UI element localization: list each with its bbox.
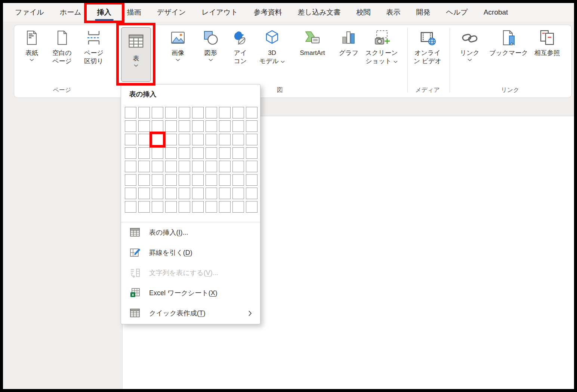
grid-cell[interactable] <box>192 134 204 145</box>
grid-cell[interactable] <box>138 120 150 132</box>
menu-item-excel-spreadsheet[interactable]: x Excel ワークシート(X) <box>121 283 260 303</box>
grid-cell[interactable] <box>138 174 150 186</box>
grid-cell[interactable] <box>152 147 163 159</box>
grid-cell[interactable] <box>206 174 217 186</box>
grid-cell[interactable] <box>246 161 257 172</box>
grid-cell[interactable] <box>206 161 217 172</box>
grid-cell[interactable] <box>152 188 163 199</box>
grid-cell[interactable] <box>219 120 231 132</box>
grid-cell[interactable] <box>246 147 257 159</box>
tab-layout[interactable]: レイアウト <box>200 3 239 22</box>
grid-cell[interactable] <box>165 107 177 118</box>
grid-cell[interactable] <box>206 147 217 159</box>
chart-button[interactable]: グラフ <box>336 29 361 57</box>
tab-review[interactable]: 校閲 <box>355 3 372 22</box>
screenshot-button[interactable]: スクリーンショット <box>362 29 401 65</box>
grid-cell[interactable] <box>165 201 177 213</box>
grid-cell[interactable] <box>192 174 204 186</box>
link-button[interactable]: リンク <box>457 29 482 61</box>
grid-cell[interactable] <box>246 188 257 199</box>
cover-page-button[interactable]: 表紙 <box>18 29 46 61</box>
tab-acrobat[interactable]: Acrobat <box>482 3 509 22</box>
grid-cell[interactable] <box>179 107 190 118</box>
grid-cell[interactable] <box>232 147 244 159</box>
grid-cell[interactable] <box>125 201 136 213</box>
grid-cell[interactable] <box>246 120 257 132</box>
cross-reference-button[interactable]: 相互参照 <box>528 29 566 57</box>
grid-cell[interactable] <box>152 134 163 145</box>
grid-cell[interactable] <box>192 188 204 199</box>
tab-references[interactable]: 参考資料 <box>252 3 284 22</box>
grid-cell[interactable] <box>219 147 231 159</box>
grid-cell[interactable] <box>138 107 150 118</box>
grid-cell[interactable] <box>232 161 244 172</box>
grid-cell[interactable] <box>125 107 136 118</box>
grid-cell[interactable] <box>138 161 150 172</box>
grid-cell[interactable] <box>192 107 204 118</box>
picture-button[interactable]: 画像 <box>165 29 191 61</box>
tab-file[interactable]: ファイル <box>13 3 46 22</box>
grid-cell[interactable] <box>152 107 163 118</box>
grid-cell[interactable] <box>206 107 217 118</box>
table-button[interactable]: 表 <box>121 27 151 82</box>
page-break-button[interactable]: ページ区切り <box>77 29 110 65</box>
grid-cell[interactable] <box>232 188 244 199</box>
grid-cell[interactable] <box>152 174 163 186</box>
tab-home[interactable]: ホーム <box>58 3 83 22</box>
grid-cell[interactable] <box>152 161 163 172</box>
menu-item-quick-tables[interactable]: クイック表作成(T) <box>121 303 260 323</box>
grid-cell[interactable] <box>179 120 190 132</box>
grid-cell[interactable] <box>179 134 190 145</box>
menu-item-insert-table[interactable]: 表の挿入(I)... <box>121 222 260 243</box>
grid-cell[interactable] <box>165 161 177 172</box>
grid-cell[interactable] <box>219 107 231 118</box>
grid-cell[interactable] <box>246 134 257 145</box>
grid-cell[interactable] <box>219 188 231 199</box>
grid-cell[interactable] <box>165 147 177 159</box>
tab-view[interactable]: 表示 <box>385 3 402 22</box>
grid-cell[interactable] <box>192 161 204 172</box>
grid-cell[interactable] <box>138 147 150 159</box>
grid-cell[interactable] <box>232 134 244 145</box>
grid-cell[interactable] <box>179 161 190 172</box>
grid-cell[interactable] <box>206 201 217 213</box>
grid-cell[interactable] <box>125 161 136 172</box>
grid-cell[interactable] <box>125 120 136 132</box>
grid-cell[interactable] <box>179 147 190 159</box>
grid-cell[interactable] <box>192 201 204 213</box>
3d-models-button[interactable]: 3Dモデル <box>257 29 287 65</box>
grid-cell[interactable] <box>232 107 244 118</box>
grid-cell[interactable] <box>179 188 190 199</box>
grid-cell[interactable] <box>152 201 163 213</box>
bookmark-button[interactable]: ブックマーク <box>486 29 531 57</box>
grid-cell[interactable] <box>246 201 257 213</box>
grid-cell[interactable] <box>165 174 177 186</box>
grid-cell[interactable] <box>232 120 244 132</box>
grid-cell[interactable] <box>138 201 150 213</box>
grid-cell[interactable] <box>165 134 177 145</box>
grid-cell[interactable] <box>138 134 150 145</box>
blank-page-button[interactable]: 空白のページ <box>46 29 78 65</box>
grid-cell[interactable] <box>219 201 231 213</box>
icons-button[interactable]: アイコン <box>228 29 253 65</box>
grid-cell[interactable] <box>165 188 177 199</box>
shapes-button[interactable]: 図形 <box>198 29 223 61</box>
grid-cell[interactable] <box>206 188 217 199</box>
grid-cell[interactable] <box>192 120 204 132</box>
grid-cell[interactable] <box>138 188 150 199</box>
tab-draw[interactable]: 描画 <box>126 3 143 22</box>
tab-insert[interactable]: 挿入 <box>96 3 113 22</box>
grid-cell[interactable] <box>246 107 257 118</box>
grid-cell[interactable] <box>232 174 244 186</box>
grid-cell[interactable] <box>219 174 231 186</box>
grid-cell[interactable] <box>206 120 217 132</box>
smartart-button[interactable]: SmartArt <box>292 29 333 57</box>
online-video-button[interactable]: オンライン ビデオ <box>412 29 443 65</box>
tab-mailings[interactable]: 差し込み文書 <box>296 3 342 22</box>
grid-cell[interactable] <box>219 161 231 172</box>
grid-cell[interactable] <box>179 201 190 213</box>
grid-cell[interactable] <box>192 147 204 159</box>
grid-cell[interactable] <box>125 147 136 159</box>
grid-cell[interactable] <box>125 174 136 186</box>
grid-cell[interactable] <box>246 174 257 186</box>
